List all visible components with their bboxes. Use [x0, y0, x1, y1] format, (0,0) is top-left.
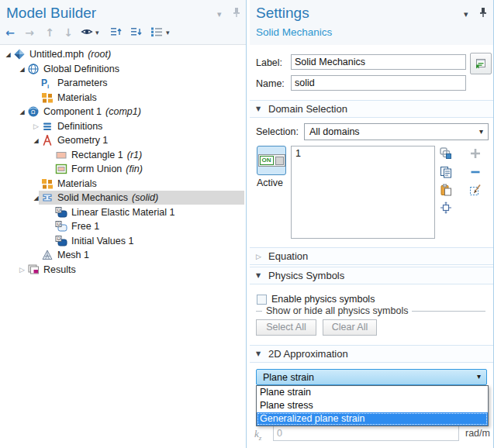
rectangle-icon [55, 149, 67, 161]
tree-item-parameters[interactable]: Pi Parameters [0, 76, 246, 90]
expand-all-icon[interactable] [130, 26, 143, 40]
expander-icon[interactable]: ◢ [3, 51, 13, 58]
section-physics-symbols[interactable]: ▼ Physics Symbols [250, 267, 493, 284]
model-tree-node-text-icon[interactable] [150, 26, 164, 40]
settings-panel: Settings Solid Mechanics ▾ Label: Name: … [250, 0, 494, 448]
group-label: Show or hide all physics symbols [266, 305, 408, 316]
forward-arrow-icon[interactable]: → [22, 26, 36, 40]
materials-icon [41, 177, 54, 190]
svg-text:D: D [57, 221, 61, 226]
linear-elastic-material-icon: D [55, 206, 67, 219]
section-domain-selection[interactable]: ▼ Domain Selection [250, 100, 493, 118]
rename-icon [475, 57, 487, 70]
label-input[interactable] [291, 54, 466, 70]
tree-item-mesh1[interactable]: Mesh 1 [0, 248, 246, 262]
tree-item-geometry1[interactable]: ◢ Geometry 1 [0, 133, 246, 147]
create-selection-icon[interactable] [439, 146, 452, 160]
expander-icon[interactable]: ◢ [31, 137, 41, 144]
move-up-icon[interactable]: ↑ [43, 26, 57, 40]
expander-icon[interactable]: ▷ [31, 122, 41, 130]
label-field-label: Label: [256, 57, 282, 68]
domain-list-item[interactable]: 1 [292, 146, 434, 160]
panel-menu-icon[interactable]: ▾ [464, 9, 468, 19]
initial-values-icon: D [55, 235, 67, 247]
section-collapse-icon[interactable]: ▼ [256, 105, 268, 112]
approximation-value: Plane strain [263, 372, 314, 383]
select-all-button[interactable]: Select All [256, 319, 316, 336]
global-definitions-icon [27, 63, 40, 75]
model-builder-header: Model Builder ▾ ← → ↑ ↓ ▾ ▾ [0, 0, 246, 45]
option-plane-stress[interactable]: Plane stress [257, 399, 488, 412]
selection-value: All domains [309, 126, 360, 137]
section-collapse-icon[interactable]: ▼ [256, 272, 268, 279]
tree-item-definitions[interactable]: ▷ Definitions [0, 119, 246, 133]
remove-from-selection-icon[interactable] [468, 165, 482, 178]
model-builder-title: Model Builder [6, 5, 96, 22]
tree-item-free1[interactable]: D Free 1 [0, 219, 246, 233]
rename-button[interactable] [470, 53, 492, 74]
clear-selection-icon[interactable] [468, 183, 482, 196]
kz-input[interactable] [273, 426, 459, 441]
tree-item-form-union[interactable]: Form Union (fin) [0, 162, 246, 176]
free-icon: D [55, 220, 67, 233]
model-root-icon [13, 48, 26, 60]
panel-menu-icon[interactable]: ▾ [217, 9, 222, 19]
tree-item-results[interactable]: ▷ Results [0, 263, 246, 277]
approximation-option-list: Plane strain Plane stress Generalized pl… [256, 385, 489, 426]
tree-item-component1[interactable]: ◢ Ω Component 1 (comp1) [0, 105, 246, 119]
tree-item-materials-component[interactable]: Materials [0, 177, 246, 191]
section-expand-icon[interactable]: ▷ [256, 253, 268, 260]
option-generalized-plane-strain[interactable]: Generalized plane strain [257, 412, 488, 426]
show-dropdown-icon[interactable]: ▾ [95, 29, 99, 36]
geometry-icon [41, 134, 54, 146]
node-text-dropdown-icon[interactable]: ▾ [166, 29, 170, 36]
parameters-icon: Pi [41, 77, 54, 89]
copy-selection-icon[interactable] [439, 165, 452, 178]
tree-item-solid-mechanics[interactable]: ◢ Solid Mechanics (solid) [0, 191, 246, 205]
tree-item-root[interactable]: ◢ Untitled.mph (root) [0, 47, 246, 61]
form-union-icon [55, 163, 67, 175]
back-arrow-icon[interactable]: ← [3, 26, 17, 40]
section-title: 2D Approximation [268, 348, 348, 360]
paste-selection-icon[interactable] [439, 183, 452, 196]
collapse-all-icon[interactable] [109, 26, 123, 40]
tree-item-initial-values1[interactable]: D Initial Values 1 [0, 234, 246, 248]
expander-icon[interactable]: ◢ [17, 66, 27, 73]
pin-icon[interactable] [479, 7, 487, 20]
show-icon[interactable] [80, 26, 94, 40]
clear-all-button[interactable]: Clear All [323, 319, 377, 336]
section-equation[interactable]: ▷ Equation [250, 247, 493, 265]
component-icon: Ω [27, 105, 40, 118]
kz-unit: rad/m [465, 428, 490, 439]
expander-icon[interactable]: ◢ [17, 109, 27, 115]
name-input[interactable] [291, 75, 466, 91]
domain-list[interactable]: 1 [291, 146, 435, 239]
settings-header: Settings Solid Mechanics ▾ [250, 0, 493, 45]
section-collapse-icon[interactable]: ▼ [256, 350, 268, 357]
add-to-selection-icon[interactable] [468, 146, 482, 160]
expander-icon[interactable]: ▷ [17, 266, 27, 274]
zoom-to-selection-icon[interactable] [439, 201, 452, 214]
move-down-icon[interactable]: ↓ [61, 26, 75, 40]
settings-title: Settings [256, 5, 309, 22]
model-builder-panel: Model Builder ▾ ← → ↑ ↓ ▾ ▾ [0, 0, 246, 448]
toggle-on-icon: ON [258, 154, 285, 167]
svg-text:D: D [57, 236, 61, 241]
active-toggle-button[interactable]: ON [257, 146, 286, 175]
expander-icon[interactable]: ◢ [31, 195, 41, 202]
tree-item-linear-elastic-material[interactable]: D Linear Elastic Material 1 [0, 205, 246, 219]
tree-item-materials-global[interactable]: Materials [0, 91, 246, 105]
name-field-label: Name: [256, 78, 285, 89]
enable-physics-symbols-label: Enable physics symbols [271, 294, 375, 305]
tree-item-global-definitions[interactable]: ◢ Global Definitions [0, 62, 246, 76]
tree-item-rectangle1[interactable]: Rectangle 1 (r1) [0, 148, 246, 162]
pin-icon[interactable] [233, 7, 240, 20]
section-2d-approximation[interactable]: ▼ 2D Approximation [250, 345, 493, 363]
enable-physics-symbols-checkbox[interactable] [257, 295, 267, 305]
mesh-icon [41, 249, 54, 261]
chevron-down-icon: ▾ [477, 372, 481, 381]
option-plane-strain[interactable]: Plane strain [257, 386, 488, 399]
selection-dropdown[interactable]: All domains ▾ [304, 123, 489, 140]
selection-label: Selection: [256, 126, 299, 137]
approximation-dropdown[interactable]: Plane strain ▾ [256, 369, 487, 385]
